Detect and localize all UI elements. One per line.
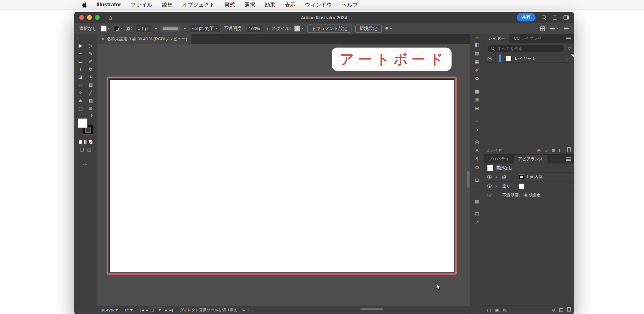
panel-toggle-icon[interactable] [564,15,569,20]
canvas[interactable]: アートボード [97,44,470,306]
strip-collapse-icon[interactable]: « [476,35,478,40]
gradient-mode-button[interactable] [84,140,88,144]
menu-item-type[interactable]: 書式 [224,1,235,9]
width-profile-preview[interactable] [161,26,180,31]
direct-selection-tool[interactable]: ▷ [89,43,92,49]
add-effect-icon[interactable]: fx. [503,308,508,312]
expand-chevron-icon[interactable]: › [496,184,500,188]
fill-visibility-eye-icon[interactable] [487,185,492,188]
appearance-fill-row[interactable]: › 塗り: [484,182,574,191]
stroke-panel-icon[interactable]: ≡ [470,117,484,125]
brushes-panel-icon[interactable]: ✐ [470,66,484,74]
pen-tool[interactable]: ✒ [79,51,83,56]
stroke-visibility-eye-icon[interactable] [487,175,492,179]
brush-dropdown[interactable]: • 3 pt. 丸筆 [190,25,220,32]
filter-icon[interactable]: ▽ [568,46,571,51]
tab-properties[interactable]: プロパティ [484,155,514,163]
document-list-icon[interactable] [550,27,555,30]
new-sublayer-icon[interactable]: ⊞ [552,148,555,153]
fill-swatch[interactable] [101,26,107,31]
document-tab[interactable]: × 名称未設定-3 @ 30.49 % (RGB/プレビュー) [97,34,192,44]
tab-appearance[interactable]: アピアランス [514,155,548,163]
appearance-stroke-swatch[interactable] [519,175,524,180]
first-artboard-icon[interactable]: ◀ [141,309,144,312]
transform-panel-icon[interactable]: ▨ [470,197,484,205]
horizontal-scrollbar[interactable] [360,308,383,310]
paragraph-panel-icon[interactable]: ¶ [470,155,484,163]
shape-builder-tool[interactable]: ▦ [88,82,93,88]
artboard-tool[interactable]: ▢ [78,106,83,111]
make-clip-mask-icon[interactable]: ▱ [545,148,548,153]
chevron-down-icon[interactable] [556,28,558,29]
character-panel-icon[interactable]: A [470,146,484,155]
appearance-stroke-row[interactable]: › 線: 1 pt 内側 [484,173,574,182]
width-tool[interactable]: ↔ [78,82,83,88]
delete-layer-icon[interactable] [567,148,571,152]
pattern-panel-icon[interactable]: ▩ [470,87,484,95]
menu-item-file[interactable]: ファイル [130,1,153,9]
stroke-swatch[interactable] [114,26,119,31]
locate-object-icon[interactable]: ◎ [537,148,541,153]
expand-chevron-icon[interactable]: › [496,175,500,179]
opacity-visibility-eye-icon[interactable] [487,194,492,197]
next-artboard-icon[interactable]: ▶ [165,309,167,312]
toolbar-collapse-icon[interactable]: « [74,34,79,40]
delete-item-icon[interactable] [567,308,571,312]
tab-layers[interactable]: レイヤー [484,34,509,43]
draw-normal-icon[interactable]: ❏ [80,147,84,152]
menu-item-help[interactable]: ヘルプ [341,1,358,9]
artboards-panel-icon[interactable]: ⊞ [470,104,484,112]
layer-target-icon[interactable]: ○ [565,57,568,60]
draw-behind-icon[interactable]: ◫ [87,147,91,152]
swap-fill-stroke-icon[interactable]: ⇄ [89,113,94,118]
minimize-button[interactable] [87,15,92,20]
tab-cc-libraries[interactable]: CC ライブラリ [509,34,546,43]
rotate-tool[interactable]: ↻ [89,66,93,72]
stroke-weight-field[interactable]: 1 pt [136,25,151,32]
opacity-input[interactable] [249,26,261,31]
layers-panel-menu-icon[interactable] [566,37,571,40]
layer-name[interactable]: レイヤー 1 [515,56,535,61]
document-setup-button[interactable]: ドキュメント設定 [307,25,352,33]
clear-appearance-icon[interactable]: ⊘ [552,308,555,312]
menu-item-object[interactable]: オブジェクト [182,1,215,9]
rectangle-tool[interactable]: ▭ [78,59,83,64]
style-swatch[interactable] [294,26,300,31]
layer-list-empty-area[interactable] [484,63,574,146]
tab-close-icon[interactable]: × [102,37,104,42]
home-icon[interactable]: ⌂ [108,14,112,20]
menu-item-window[interactable]: ウィンドウ [305,1,332,9]
fullscreen-button[interactable] [95,15,100,20]
paintbrush-tool[interactable]: ✐ [89,59,93,64]
selection-tool[interactable]: ▶ [79,43,82,49]
duplicate-item-icon[interactable] [559,308,563,312]
opentype-panel-icon[interactable]: O [470,163,484,172]
symbols-panel-icon[interactable]: ✿ [470,74,484,83]
curvature-tool[interactable]: ✎ [89,51,93,56]
close-button[interactable] [79,15,84,20]
type-tool[interactable]: T [79,66,82,72]
appearance-fill-swatch[interactable] [519,184,524,189]
color-mode-button[interactable] [79,140,83,144]
menu-item-effect[interactable]: 効果 [264,1,275,9]
swatches-panel-icon[interactable]: ▦ [470,57,484,66]
none-mode-button[interactable] [89,140,93,144]
menu-app-name[interactable]: Illustrator [97,2,121,8]
appearance-panel-icon[interactable]: ◎ [470,138,484,146]
align-icon[interactable]: ≣ [385,26,389,31]
graph-tool[interactable]: ▥ [88,98,93,104]
symbol-sprayer-tool[interactable]: ∗ [79,98,83,104]
stepper-icon[interactable] [138,27,140,30]
status-collapse-icon[interactable]: ‹ [248,308,249,312]
status-expand-icon[interactable]: ▶ [243,309,245,312]
fill-color-swatch[interactable] [78,118,87,128]
arrange-documents-icon[interactable] [540,26,545,31]
opacity-field[interactable] [246,25,263,32]
gradient-panel-icon[interactable]: ◑ [470,125,484,134]
scale-tool[interactable]: ◳ [88,74,93,80]
appearance-opacity-value[interactable]: 初期設定 [524,192,541,198]
libraries-panel-icon[interactable]: ⊡ [470,176,484,184]
opacity-more-icon[interactable]: › [267,26,268,31]
artboard-number-field[interactable]: 1 [150,307,163,313]
color-panel-icon[interactable]: ◧ [470,40,484,49]
